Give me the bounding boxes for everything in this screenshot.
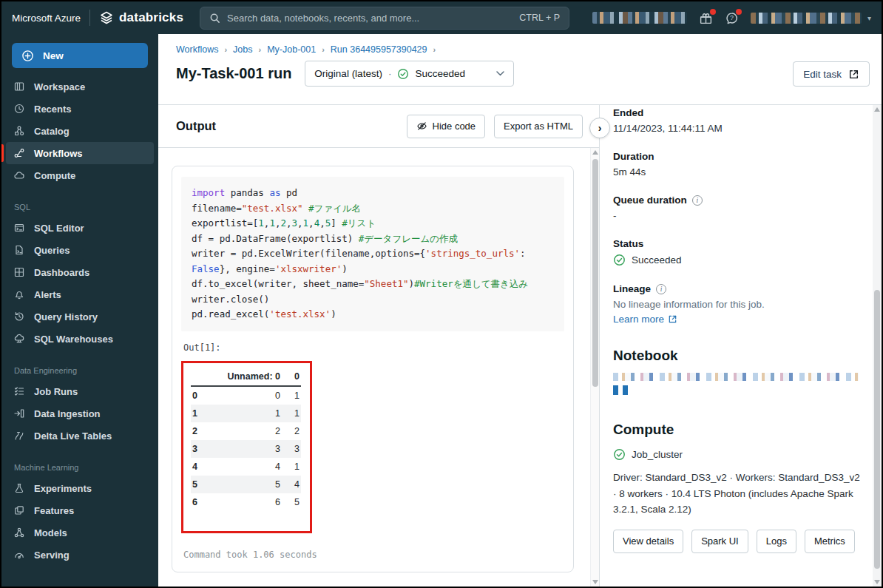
cluster-name[interactable]: Job_cluster (632, 449, 683, 460)
compute-heading: Compute (613, 422, 862, 438)
field-lineage: Lineage i No lineage information for thi… (613, 283, 862, 325)
sidebar-item-workspace[interactable]: Workspace (6, 75, 154, 98)
sidebar-item-sql-warehouses[interactable]: SQL Warehouses (6, 328, 154, 350)
search-shortcut: CTRL + P (519, 13, 560, 23)
breadcrumb-jobs[interactable]: Jobs (233, 44, 252, 55)
export-as-html-button[interactable]: Export as HTML (494, 115, 583, 138)
hide-code-button[interactable]: Hide code (407, 115, 486, 138)
run-details-panel: Ended 11/14/2023, 11:44:11 AM Duration 5… (600, 105, 882, 587)
breadcrumb-run[interactable]: Run 364495957390429 (331, 44, 427, 55)
field-queue-duration: Queue duration i - (613, 195, 862, 221)
cluster-status: Job_cluster (613, 448, 862, 461)
sidebar-item-alerts[interactable]: Alerts (6, 283, 154, 305)
chevron-right-icon: › (433, 45, 436, 54)
dataframe-table: Unnamed: 0 0 001 111 222 333 (191, 368, 301, 511)
workspace-icon (13, 81, 25, 92)
edit-task-button[interactable]: Edit task (793, 61, 870, 87)
flask-icon (13, 482, 25, 494)
sidebar-item-dashboards[interactable]: Dashboards (6, 261, 154, 283)
main-area: Workflows› Jobs› My-Job-001› Run 3644959… (158, 34, 882, 587)
sidebar: New Workspace Recents Catalog Workflows … (1, 34, 158, 587)
sidebar-item-workflows[interactable]: Workflows (6, 142, 154, 164)
bell-icon (13, 288, 25, 300)
info-icon[interactable]: i (692, 195, 703, 206)
scroll-down-arrow[interactable] (874, 580, 880, 584)
breadcrumb-job[interactable]: My-Job-001 (267, 44, 316, 55)
external-link-icon (848, 69, 859, 80)
view-details-button[interactable]: View details (613, 530, 683, 553)
account-menu[interactable]: ▾ (751, 13, 871, 24)
workflows-icon (13, 147, 25, 159)
warehouse-icon (13, 333, 25, 345)
field-duration: Duration 5m 44s (613, 151, 862, 178)
gift-button[interactable] (699, 11, 713, 25)
info-icon[interactable]: i (656, 284, 666, 294)
output-scrollbar[interactable] (590, 148, 599, 587)
notebook-output-scroll: import pandas as pdfilename="test.xlsx" … (158, 148, 590, 587)
search-placeholder: Search data, notebooks, recents, and mor… (227, 13, 512, 24)
azure-label: Microsoft Azure (12, 13, 81, 24)
field-ended: Ended 11/14/2023, 11:44:11 AM (613, 107, 862, 134)
chevron-right-icon: › (224, 45, 227, 54)
pipeline-icon (13, 430, 25, 442)
queries-icon (13, 244, 25, 256)
sidebar-item-data-ingestion[interactable]: Data Ingestion (6, 402, 154, 425)
breadcrumb-workflows[interactable]: Workflows (176, 44, 218, 55)
spark-ui-button[interactable]: Spark UI (691, 530, 748, 553)
sidebar-item-serving[interactable]: Serving (6, 544, 154, 566)
output-panel: Output Hide code Export as HTML imp (158, 105, 600, 587)
clock-icon (13, 103, 25, 115)
scroll-up-arrow[interactable] (874, 107, 880, 112)
chevron-right-icon: › (322, 45, 325, 54)
table-row: 001 (191, 386, 301, 405)
sidebar-item-features[interactable]: Features (6, 499, 154, 521)
details-scrollbar[interactable] (873, 105, 882, 587)
redacted-notebook-path (613, 373, 859, 381)
sidebar-section-data-engineering: Data Engineering (14, 366, 158, 375)
scroll-up-arrow[interactable] (592, 150, 598, 155)
learn-more-link[interactable]: Learn more (613, 314, 677, 325)
chevron-right-icon: › (259, 45, 262, 54)
sidebar-item-experiments[interactable]: Experiments (6, 477, 154, 499)
sidebar-section-sql: SQL (14, 203, 158, 212)
sidebar-item-recents[interactable]: Recents (6, 98, 154, 120)
sidebar-section-machine-learning: Machine Learning (14, 463, 158, 472)
table-row: 665 (191, 493, 301, 511)
code-block: import pandas as pdfilename="test.xlsx" … (181, 177, 564, 331)
cluster-description: Driver: Standard_DS3_v2 · Workers: Stand… (613, 470, 862, 518)
table-row: 554 (191, 476, 301, 493)
global-search-input[interactable]: Search data, notebooks, recents, and mor… (200, 7, 569, 30)
sidebar-item-query-history[interactable]: Query History (6, 305, 154, 328)
sidebar-item-models[interactable]: Models (6, 521, 154, 544)
notebook-heading: Notebook (613, 348, 862, 364)
table-row: 111 (191, 405, 301, 422)
sql-editor-icon (13, 222, 25, 234)
column-header: 0 (282, 368, 301, 386)
top-bar: Microsoft Azure databricks Search data, … (1, 1, 882, 34)
scrollbar-thumb[interactable] (592, 159, 598, 387)
field-status: Status Succeeded (613, 238, 862, 266)
features-icon (13, 504, 25, 516)
success-check-icon (397, 68, 409, 80)
sidebar-item-sql-editor[interactable]: SQL Editor (6, 217, 154, 239)
version-status-dropdown[interactable]: Original (latest) · Succeeded (305, 61, 514, 87)
help-button[interactable]: ? (725, 11, 739, 25)
chevron-down-icon: ▾ (867, 14, 871, 22)
sidebar-item-delta-live-tables[interactable]: Delta Live Tables (6, 425, 154, 447)
scroll-down-arrow[interactable] (592, 580, 598, 584)
logs-button[interactable]: Logs (757, 530, 796, 553)
catalog-icon (13, 125, 25, 137)
collapse-panel-button[interactable]: › (589, 118, 610, 138)
sidebar-item-compute[interactable]: Compute (6, 164, 154, 186)
redacted-notebook-path-line2 (613, 385, 862, 395)
sidebar-item-catalog[interactable]: Catalog (6, 120, 154, 142)
databricks-logo-icon (99, 10, 114, 25)
new-button[interactable]: New (12, 43, 148, 68)
out-label: Out[1]: (183, 342, 564, 353)
redacted-workspace-name (592, 12, 687, 24)
sidebar-item-job-runs[interactable]: Job Runs (6, 380, 154, 402)
plus-circle-icon (21, 50, 34, 62)
metrics-button[interactable]: Metrics (805, 530, 855, 553)
scrollbar-thumb[interactable] (874, 290, 880, 569)
sidebar-item-queries[interactable]: Queries (6, 239, 154, 261)
